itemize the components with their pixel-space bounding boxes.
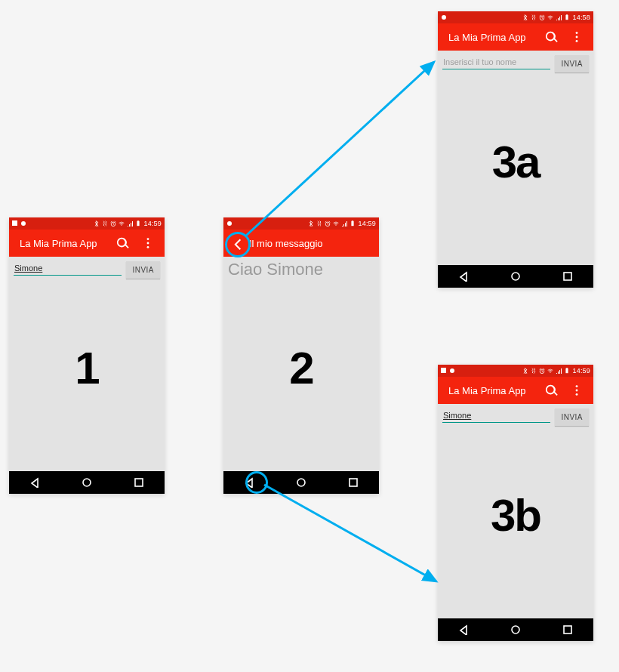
signal-icon (556, 368, 562, 374)
status-time: 14:59 (572, 367, 590, 375)
battery-icon (564, 14, 570, 20)
nav-back-icon[interactable] (458, 624, 469, 635)
alarm-icon (325, 220, 331, 227)
status-debug-icon (449, 368, 455, 374)
nav-recent-icon[interactable] (348, 477, 359, 488)
system-nav-bar (9, 471, 165, 494)
bluetooth-icon (94, 220, 100, 227)
signal-icon (127, 220, 133, 227)
nav-recent-icon[interactable] (562, 624, 573, 635)
nav-recent-icon[interactable] (134, 477, 144, 488)
overflow-menu-icon[interactable] (569, 29, 584, 45)
system-nav-bar (438, 618, 593, 641)
screen-3b: 14:59 La Mia Prima App INVIA 3b (438, 365, 593, 641)
status-bar: 14:59 (223, 217, 379, 230)
battery-icon (135, 220, 141, 227)
arrow-to-3a (246, 62, 434, 236)
content-area: Ciao Simone 2 (223, 257, 379, 471)
send-button[interactable]: INVIA (555, 55, 589, 72)
arrow-to-3b (264, 485, 436, 581)
vibrate-icon (531, 368, 537, 374)
app-title: La Mia Prima App (448, 32, 526, 43)
vibrate-icon (531, 14, 537, 20)
status-time: 14:59 (358, 220, 376, 227)
nav-home-icon[interactable] (296, 477, 306, 488)
vibrate-icon (102, 220, 108, 227)
nav-back-icon[interactable] (29, 477, 40, 488)
nav-back-icon[interactable] (244, 477, 254, 488)
screen-1: 14:59 La Mia Prima App INVIA 1 (9, 217, 165, 494)
action-bar: La Mia Prima App (438, 377, 593, 404)
vibrate-icon (316, 220, 322, 227)
wifi-icon (119, 220, 125, 227)
alarm-icon (539, 368, 545, 374)
content-area: INVIA 3b (438, 404, 593, 618)
battery-icon (564, 368, 570, 374)
send-button[interactable]: INVIA (126, 261, 160, 279)
nav-home-icon[interactable] (510, 624, 521, 635)
up-back-icon[interactable] (229, 236, 245, 251)
search-icon[interactable] (544, 383, 559, 398)
content-area: INVIA 1 (9, 257, 165, 471)
search-icon[interactable] (544, 29, 559, 45)
screen-label: 3b (491, 489, 540, 541)
status-bar: 14:58 (438, 11, 593, 23)
message-text: Ciao Simone (223, 257, 379, 279)
screen-label: 3a (492, 136, 540, 188)
action-bar: Il mio messaggio (223, 230, 379, 257)
status-debug-icon (226, 220, 233, 227)
nav-back-icon[interactable] (458, 271, 469, 282)
bluetooth-icon (522, 368, 528, 374)
bluetooth-icon (522, 14, 528, 20)
status-debug-icon (441, 14, 447, 20)
wifi-icon (333, 220, 339, 227)
system-nav-bar (438, 265, 593, 288)
status-notif-icon (12, 220, 18, 227)
system-nav-bar (223, 471, 379, 494)
alarm-icon (539, 14, 545, 20)
signal-icon (341, 220, 347, 227)
screen-2: 14:59 Il mio messaggio Ciao Simone 2 (223, 217, 379, 494)
wifi-icon (547, 368, 553, 374)
content-area: INVIA 3a (438, 51, 593, 265)
signal-icon (556, 14, 562, 20)
status-notif-icon (441, 368, 447, 374)
status-time: 14:59 (143, 220, 162, 227)
overflow-menu-icon[interactable] (140, 236, 156, 251)
send-button[interactable]: INVIA (555, 408, 589, 426)
status-debug-icon (20, 220, 26, 227)
screen-label: 1 (75, 342, 98, 394)
search-icon[interactable] (115, 236, 130, 251)
screen-label: 2 (289, 342, 313, 394)
name-input[interactable] (442, 55, 550, 69)
nav-home-icon[interactable] (510, 271, 521, 282)
app-title: La Mia Prima App (448, 385, 526, 396)
wifi-icon (547, 14, 553, 20)
alarm-icon (110, 220, 116, 227)
app-title: La Mia Prima App (20, 238, 97, 249)
battery-icon (350, 220, 356, 227)
action-bar: La Mia Prima App (438, 23, 593, 51)
status-bar: 14:59 (438, 365, 593, 377)
nav-home-icon[interactable] (82, 477, 92, 488)
bluetooth-icon (308, 220, 314, 227)
screen-title: Il mio messaggio (249, 238, 323, 249)
name-input[interactable] (14, 261, 122, 276)
overflow-menu-icon[interactable] (569, 383, 584, 398)
status-time: 14:58 (572, 14, 590, 21)
action-bar: La Mia Prima App (9, 230, 165, 257)
name-input[interactable] (442, 408, 550, 423)
nav-recent-icon[interactable] (562, 271, 573, 282)
status-bar: 14:59 (9, 217, 165, 230)
screen-3a: 14:58 La Mia Prima App INVIA 3a (438, 11, 593, 288)
